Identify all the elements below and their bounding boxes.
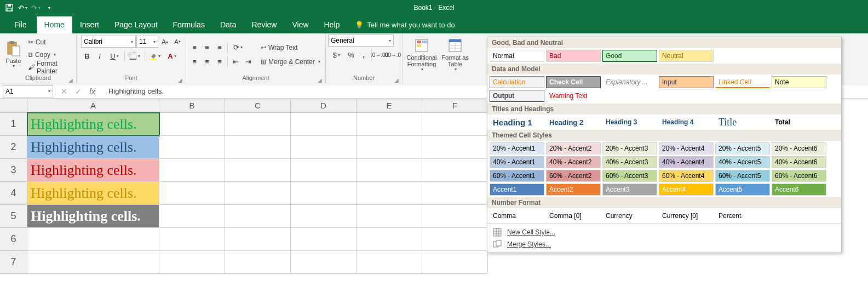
tell-me-search[interactable]: 💡 Tell me what you want to do xyxy=(347,17,462,33)
cell[interactable] xyxy=(357,205,422,228)
cell[interactable]: Highlighting cells. xyxy=(27,136,159,159)
name-box[interactable]: A1▾ xyxy=(3,85,53,97)
style-item[interactable]: Input xyxy=(659,76,714,88)
style-item[interactable]: Neutral xyxy=(659,50,714,62)
tab-home[interactable]: Home xyxy=(37,16,72,33)
font-name-combo[interactable]: Calibri▾ xyxy=(81,36,136,48)
style-item[interactable]: 60% - Accent3 xyxy=(602,170,657,182)
cell[interactable] xyxy=(159,159,225,182)
style-item[interactable]: Accent2 xyxy=(546,183,601,196)
col-header-d[interactable]: D xyxy=(291,99,357,113)
tab-file[interactable]: File xyxy=(4,16,37,33)
cell[interactable] xyxy=(159,113,225,136)
cell[interactable] xyxy=(357,228,422,251)
format-as-table-button[interactable]: Format as Table▾ xyxy=(440,37,470,73)
style-item[interactable]: Calculation xyxy=(490,76,544,88)
style-item[interactable]: 60% - Accent1 xyxy=(490,170,544,182)
qat-customize-button[interactable]: ▾ xyxy=(43,2,55,14)
style-item[interactable]: Comma [0] xyxy=(546,210,601,222)
tab-review[interactable]: Review xyxy=(244,16,285,33)
cell[interactable] xyxy=(291,228,357,251)
cell[interactable] xyxy=(357,159,422,182)
row-header-1[interactable]: 1 xyxy=(0,113,27,136)
style-item[interactable]: Warning Text xyxy=(546,90,601,102)
style-item[interactable]: Accent5 xyxy=(715,183,770,196)
italic-button[interactable]: I xyxy=(94,50,106,62)
tab-page-layout[interactable]: Page Layout xyxy=(107,16,165,33)
style-item[interactable]: 20% - Accent1 xyxy=(490,142,544,154)
cell[interactable] xyxy=(27,228,159,251)
paste-button[interactable]: Paste▾ xyxy=(2,37,25,73)
align-right-button[interactable]: ≡ xyxy=(214,56,226,68)
decrease-indent-button[interactable]: ⇤ xyxy=(229,56,242,68)
cell[interactable] xyxy=(159,136,225,159)
cell[interactable] xyxy=(225,182,291,205)
row-header-3[interactable]: 3 xyxy=(0,159,27,182)
style-item[interactable]: Currency xyxy=(602,210,657,222)
style-item[interactable]: 20% - Accent4 xyxy=(659,142,714,154)
style-item[interactable]: Heading 1 xyxy=(490,116,544,128)
new-cell-style-button[interactable]: New Cell Style... xyxy=(487,226,841,238)
style-item[interactable]: 20% - Accent3 xyxy=(602,142,657,154)
cancel-formula-button[interactable]: ✕ xyxy=(61,87,67,96)
row-header-6[interactable]: 6 xyxy=(0,228,27,251)
style-item[interactable]: 40% - Accent6 xyxy=(772,156,826,168)
style-item[interactable]: Note xyxy=(772,76,826,88)
style-item[interactable]: Good xyxy=(602,50,657,62)
style-item[interactable]: 40% - Accent2 xyxy=(546,156,601,168)
style-item[interactable]: 20% - Accent5 xyxy=(715,142,770,154)
style-item[interactable]: Accent4 xyxy=(659,183,714,196)
tab-insert[interactable]: Insert xyxy=(72,16,107,33)
style-item[interactable]: Accent3 xyxy=(602,183,657,196)
cell[interactable] xyxy=(357,113,422,136)
cell[interactable] xyxy=(225,251,291,274)
underline-button[interactable]: U▾ xyxy=(106,50,123,62)
clipboard-dialog-launcher[interactable]: ◢ xyxy=(68,77,73,83)
style-item[interactable]: Heading 3 xyxy=(602,116,657,128)
accounting-format-button[interactable]: $▾ xyxy=(328,49,344,61)
comma-style-button[interactable]: , xyxy=(358,49,370,61)
cell[interactable] xyxy=(159,251,225,274)
cell[interactable] xyxy=(225,113,291,136)
cell[interactable] xyxy=(291,251,357,274)
wrap-text-button[interactable]: ↩Wrap Text xyxy=(258,42,323,54)
cell[interactable] xyxy=(27,251,159,274)
merge-styles-button[interactable]: Merge Styles... xyxy=(487,238,841,250)
number-dialog-launcher[interactable]: ◢ xyxy=(394,77,399,83)
style-item[interactable]: Output xyxy=(490,90,544,102)
cell[interactable] xyxy=(422,159,488,182)
style-item[interactable]: 40% - Accent4 xyxy=(659,156,714,168)
style-item[interactable]: Bad xyxy=(546,50,601,62)
tab-help[interactable]: Help xyxy=(317,16,348,33)
style-item[interactable]: 40% - Accent3 xyxy=(602,156,657,168)
fx-icon[interactable]: fx xyxy=(89,87,95,96)
style-item[interactable]: Linked Cell xyxy=(715,76,770,88)
undo-button[interactable]: ↶▾ xyxy=(16,2,28,14)
cell[interactable] xyxy=(422,205,488,228)
cell[interactable]: Highlighting cells. xyxy=(27,182,159,205)
cell[interactable] xyxy=(291,205,357,228)
style-item[interactable]: Title xyxy=(715,116,770,128)
alignment-dialog-launcher[interactable]: ◢ xyxy=(318,77,322,83)
copy-button[interactable]: ⧉Copy▾ xyxy=(26,49,74,61)
style-item[interactable]: Percent xyxy=(715,210,770,222)
cell[interactable]: Highlighting cells. xyxy=(27,113,159,136)
cell[interactable]: Highlighting cells. xyxy=(27,159,159,182)
bold-button[interactable]: B xyxy=(81,50,93,62)
style-item[interactable]: Normal xyxy=(490,50,544,62)
cell[interactable] xyxy=(225,228,291,251)
cell[interactable] xyxy=(422,228,488,251)
tab-view[interactable]: View xyxy=(284,16,316,33)
save-button[interactable] xyxy=(3,2,15,14)
format-painter-button[interactable]: 🖌Format Painter xyxy=(26,61,74,73)
cell[interactable] xyxy=(357,251,422,274)
col-header-a[interactable]: A xyxy=(27,99,159,113)
cell[interactable] xyxy=(225,205,291,228)
style-item[interactable]: Comma xyxy=(490,210,544,222)
style-item[interactable]: Accent6 xyxy=(772,183,826,196)
style-item[interactable]: Check Cell xyxy=(546,76,601,88)
number-format-combo[interactable]: General▾ xyxy=(328,35,394,47)
increase-font-button[interactable]: A▴ xyxy=(159,36,171,48)
conditional-formatting-button[interactable]: Conditional Formatting▾ xyxy=(405,37,439,73)
style-item[interactable]: Explanatory ... xyxy=(602,76,657,88)
